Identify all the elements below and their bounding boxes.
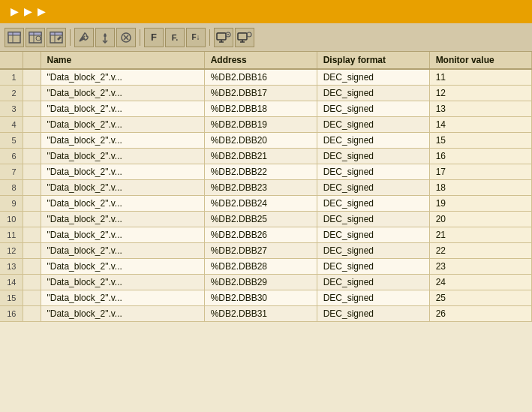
row-format: DEC_signed bbox=[317, 86, 429, 101]
modify-btn[interactable] bbox=[47, 28, 66, 47]
row-name: "Data_block_2".v... bbox=[41, 86, 204, 101]
row-format: DEC_signed bbox=[317, 227, 429, 243]
row-format: DEC_signed bbox=[317, 180, 429, 196]
row-format: DEC_signed bbox=[317, 306, 429, 322]
row-address: %DB2.DBB29 bbox=[204, 275, 317, 290]
svg-point-18 bbox=[227, 34, 229, 35]
table-row[interactable]: 14"Data_block_2".v...%DB2.DBB29DEC_signe… bbox=[0, 275, 532, 290]
toolbar-separator-1 bbox=[70, 29, 71, 46]
row-checkbox[interactable] bbox=[23, 133, 41, 149]
col-num bbox=[0, 52, 23, 69]
row-address: %DB2.DBB16 bbox=[204, 69, 317, 86]
toolbar: F F. F↓ bbox=[0, 23, 532, 52]
table-row[interactable]: 16"Data_block_2".v...%DB2.DBB31DEC_signe… bbox=[0, 306, 532, 322]
col-address: Address bbox=[204, 52, 317, 69]
row-number: 3 bbox=[0, 101, 23, 117]
table-row[interactable]: 15"Data_block_2".v...%DB2.DBB30DEC_signe… bbox=[0, 290, 532, 306]
row-checkbox[interactable] bbox=[23, 117, 41, 133]
row-monitor-value: 19 bbox=[429, 196, 531, 212]
row-address: %DB2.DBB19 bbox=[204, 117, 317, 133]
row-number: 4 bbox=[0, 117, 23, 133]
row-address: %DB2.DBB22 bbox=[204, 164, 317, 180]
row-format: DEC_signed bbox=[317, 133, 429, 149]
row-checkbox[interactable] bbox=[23, 243, 41, 259]
table-row[interactable]: 6"Data_block_2".v...%DB2.DBB21DEC_signed… bbox=[0, 149, 532, 164]
row-checkbox[interactable] bbox=[23, 290, 41, 306]
row-checkbox[interactable] bbox=[23, 69, 41, 86]
row-name: "Data_block_2".v... bbox=[41, 101, 204, 117]
table-row[interactable]: 1"Data_block_2".v...%DB2.DBB16DEC_signed… bbox=[0, 69, 532, 86]
row-address: %DB2.DBB28 bbox=[204, 259, 317, 275]
row-checkbox[interactable] bbox=[23, 275, 41, 290]
row-number: 10 bbox=[0, 212, 23, 227]
table-row[interactable]: 11"Data_block_2".v...%DB2.DBB26DEC_signe… bbox=[0, 227, 532, 243]
svg-point-22 bbox=[247, 32, 251, 37]
row-name: "Data_block_2".v... bbox=[41, 117, 204, 133]
row-number: 12 bbox=[0, 243, 23, 259]
row-monitor-value: 23 bbox=[429, 259, 531, 275]
row-format: DEC_signed bbox=[317, 149, 429, 164]
row-number: 5 bbox=[0, 133, 23, 149]
row-address: %DB2.DBB21 bbox=[204, 149, 317, 164]
tool-wrench-btn[interactable] bbox=[74, 28, 94, 47]
fdot-button[interactable]: F. bbox=[165, 28, 185, 47]
row-number: 9 bbox=[0, 196, 23, 212]
row-monitor-value: 18 bbox=[429, 180, 531, 196]
row-name: "Data_block_2".v... bbox=[41, 212, 204, 227]
svg-rect-4 bbox=[29, 32, 41, 35]
table-row[interactable]: 3"Data_block_2".v...%DB2.DBB18DEC_signed… bbox=[0, 101, 532, 117]
fall-button[interactable]: F↓ bbox=[186, 28, 206, 47]
tool-x-btn[interactable] bbox=[116, 28, 136, 47]
svg-rect-19 bbox=[238, 33, 247, 40]
row-monitor-value: 25 bbox=[429, 290, 531, 306]
table-row[interactable]: 5"Data_block_2".v...%DB2.DBB20DEC_signed… bbox=[0, 133, 532, 149]
row-number: 7 bbox=[0, 164, 23, 180]
row-number: 14 bbox=[0, 275, 23, 290]
table-row[interactable]: 10"Data_block_2".v...%DB2.DBB25DEC_signe… bbox=[0, 212, 532, 227]
table-row[interactable]: 13"Data_block_2".v...%DB2.DBB28DEC_signe… bbox=[0, 259, 532, 275]
table-row[interactable]: 12"Data_block_2".v...%DB2.DBB27DEC_signe… bbox=[0, 243, 532, 259]
f-button[interactable]: F bbox=[144, 28, 164, 47]
row-format: DEC_signed bbox=[317, 196, 429, 212]
table-row[interactable]: 8"Data_block_2".v...%DB2.DBB23DEC_signed… bbox=[0, 180, 532, 196]
row-address: %DB2.DBB26 bbox=[204, 227, 317, 243]
row-checkbox[interactable] bbox=[23, 180, 41, 196]
watch-table-icon-btn[interactable] bbox=[5, 28, 24, 47]
row-checkbox[interactable] bbox=[23, 259, 41, 275]
table-row[interactable]: 4"Data_block_2".v...%DB2.DBB19DEC_signed… bbox=[0, 117, 532, 133]
row-checkbox[interactable] bbox=[23, 196, 41, 212]
row-checkbox[interactable] bbox=[23, 101, 41, 117]
row-checkbox[interactable] bbox=[23, 164, 41, 180]
row-monitor-value: 13 bbox=[429, 101, 531, 117]
row-checkbox[interactable] bbox=[23, 227, 41, 243]
row-checkbox[interactable] bbox=[23, 306, 41, 322]
tool-arrow-btn[interactable] bbox=[95, 28, 115, 47]
svg-rect-14 bbox=[217, 33, 226, 40]
monitor-btn[interactable] bbox=[26, 28, 45, 47]
table-row[interactable]: 9"Data_block_2".v...%DB2.DBB24DEC_signed… bbox=[0, 196, 532, 212]
watch-table: Name Address Display format Monitor valu… bbox=[0, 52, 532, 322]
row-monitor-value: 24 bbox=[429, 275, 531, 290]
row-checkbox[interactable] bbox=[23, 212, 41, 227]
row-number: 6 bbox=[0, 149, 23, 164]
row-name: "Data_block_2".v... bbox=[41, 243, 204, 259]
fdot-label: F. bbox=[172, 33, 179, 42]
row-monitor-value: 15 bbox=[429, 133, 531, 149]
row-name: "Data_block_2".v... bbox=[41, 133, 204, 149]
fall-label: F↓ bbox=[191, 33, 200, 41]
row-format: DEC_signed bbox=[317, 164, 429, 180]
monitor-on-btn[interactable] bbox=[214, 28, 233, 47]
row-monitor-value: 11 bbox=[429, 69, 531, 86]
table-row[interactable]: 2"Data_block_2".v...%DB2.DBB17DEC_signed… bbox=[0, 86, 532, 101]
monitor-off-btn[interactable] bbox=[235, 28, 254, 47]
row-checkbox[interactable] bbox=[23, 86, 41, 101]
row-checkbox[interactable] bbox=[23, 149, 41, 164]
watch-table-container: Name Address Display format Monitor valu… bbox=[0, 52, 532, 405]
row-address: %DB2.DBB20 bbox=[204, 133, 317, 149]
row-address: %DB2.DBB27 bbox=[204, 243, 317, 259]
table-row[interactable]: 7"Data_block_2".v...%DB2.DBB22DEC_signed… bbox=[0, 164, 532, 180]
row-number: 11 bbox=[0, 227, 23, 243]
row-monitor-value: 16 bbox=[429, 149, 531, 164]
toolbar-separator-2 bbox=[140, 29, 140, 46]
row-monitor-value: 17 bbox=[429, 164, 531, 180]
